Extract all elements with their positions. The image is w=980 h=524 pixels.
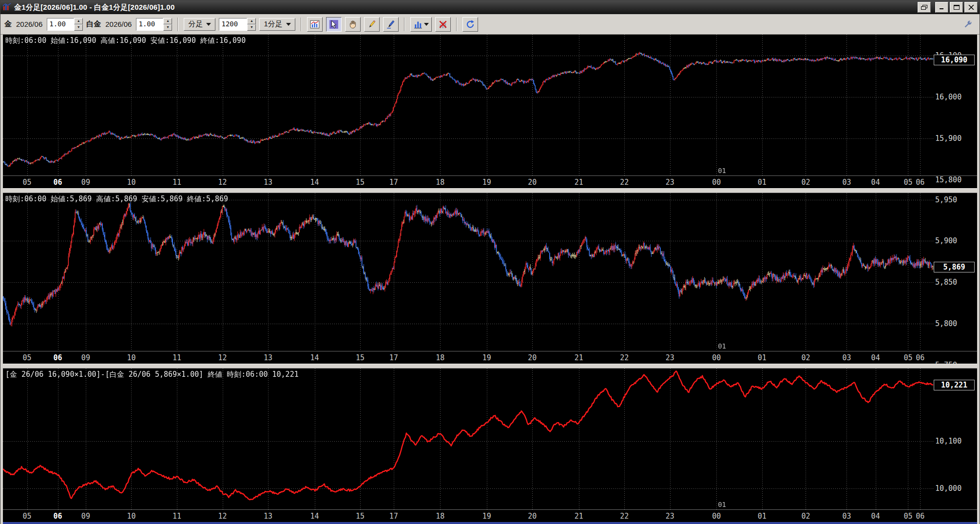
date-change-label: 01 bbox=[718, 342, 726, 350]
gold-multiplier-down-button[interactable]: ▼ bbox=[74, 24, 83, 31]
x-axis-label: 15 bbox=[356, 353, 365, 362]
gold-candle-canvas[interactable] bbox=[3, 35, 933, 175]
platinum-chart-panel: 時刻:06:00 始値:5,869 高値:5,869 安値:5,869 終値:5… bbox=[3, 193, 977, 364]
x-axis-label: 06 bbox=[916, 353, 924, 362]
x-axis-label: 19 bbox=[482, 353, 491, 362]
pen-icon bbox=[386, 19, 396, 29]
x-axis-label: 06 bbox=[54, 178, 62, 187]
y-axis-label: 5,900 bbox=[935, 236, 957, 245]
gold-contract-month: 2026/06 bbox=[15, 20, 43, 28]
y-axis-label: 15,900 bbox=[935, 134, 961, 143]
x-axis-label: 19 bbox=[482, 178, 491, 187]
gold-y-axis: 16,090 16,10016,00015,90015,800 bbox=[933, 35, 977, 175]
pan-hand-icon bbox=[348, 19, 358, 29]
reload-icon bbox=[465, 19, 475, 29]
x-axis-label: 13 bbox=[264, 178, 272, 187]
pan-hand-button[interactable] bbox=[345, 17, 361, 32]
panel-splitter[interactable] bbox=[3, 364, 977, 369]
draw-pencil-button[interactable] bbox=[364, 17, 380, 32]
gold-multiplier-up-button[interactable]: ▲ bbox=[74, 18, 83, 24]
indicator-menu-button[interactable] bbox=[410, 17, 432, 32]
y-axis-label: 5,800 bbox=[935, 319, 957, 328]
toolbar-separator bbox=[301, 18, 302, 31]
platinum-plot-area: 時刻:06:00 始値:5,869 高値:5,869 安値:5,869 終値:5… bbox=[3, 193, 933, 351]
x-axis-label: 05 bbox=[903, 178, 912, 187]
y-axis-label: 16,000 bbox=[935, 93, 961, 101]
x-axis-label: 13 bbox=[264, 353, 272, 362]
maximize-button[interactable] bbox=[950, 2, 963, 13]
x-axis-label: 17 bbox=[389, 178, 398, 187]
x-axis-label: 01 bbox=[758, 178, 767, 187]
minimize-button[interactable] bbox=[935, 2, 948, 13]
chart-window-button[interactable] bbox=[307, 17, 323, 32]
x-axis-label: 22 bbox=[620, 512, 629, 521]
toolbar-separator bbox=[456, 18, 457, 31]
pencil-icon bbox=[367, 19, 377, 29]
window-bottom-border bbox=[3, 522, 977, 524]
gold-last-price-badge: 16,090 bbox=[934, 55, 975, 65]
x-axis-label: 10 bbox=[127, 512, 135, 521]
select-cursor-icon bbox=[329, 19, 339, 29]
y-axis-label: 5,850 bbox=[935, 278, 957, 287]
x-axis-label: 12 bbox=[218, 353, 227, 362]
x-axis-label: 00 bbox=[712, 512, 721, 521]
toolbar-separator bbox=[404, 18, 405, 31]
x-axis-label: 13 bbox=[264, 512, 272, 521]
y-axis-label: 5,950 bbox=[935, 195, 957, 204]
gold-chart-panel: 時刻:06:00 始値:16,090 高値:16,090 安値:16,090 終… bbox=[3, 35, 977, 188]
x-axis-label: 14 bbox=[310, 178, 319, 187]
x-axis-label: 23 bbox=[666, 512, 674, 521]
reload-button[interactable] bbox=[462, 17, 478, 32]
platinum-multiplier-down-button[interactable]: ▼ bbox=[163, 24, 172, 31]
bar-count-down-button[interactable]: ▼ bbox=[247, 24, 256, 31]
spread-plot-area: [金 26/06 16,090×1.00]-[白金 26/06 5,869×1.… bbox=[3, 369, 933, 509]
bar-count-up-button[interactable]: ▲ bbox=[247, 18, 256, 24]
x-axis-label: 21 bbox=[575, 512, 583, 521]
platinum-contract-month: 2026/06 bbox=[104, 20, 133, 28]
indicator-chart-icon bbox=[413, 19, 423, 29]
x-axis-label: 11 bbox=[173, 178, 181, 187]
x-axis-label: 21 bbox=[575, 178, 583, 187]
x-axis-label: 03 bbox=[842, 178, 851, 187]
spread-last-price-badge: 10,221 bbox=[934, 380, 975, 390]
close-button[interactable] bbox=[964, 2, 978, 13]
interval-dropdown[interactable]: 1分足 bbox=[259, 18, 295, 31]
x-axis-label: 23 bbox=[666, 178, 674, 187]
x-axis-label: 15 bbox=[356, 178, 365, 187]
chart-window-icon bbox=[310, 19, 320, 29]
toolbar-separator bbox=[177, 18, 178, 31]
platinum-label: 白金 bbox=[86, 19, 101, 29]
draw-pen-button[interactable] bbox=[383, 17, 399, 32]
x-axis-label: 09 bbox=[81, 178, 90, 187]
platinum-multiplier-value[interactable]: 1.00 bbox=[136, 18, 163, 31]
x-axis-label: 17 bbox=[389, 353, 398, 362]
remove-indicator-button[interactable] bbox=[435, 17, 451, 32]
platinum-candle-canvas[interactable] bbox=[3, 193, 933, 351]
x-axis-label: 02 bbox=[801, 178, 810, 187]
x-axis-label: 14 bbox=[310, 353, 319, 362]
x-axis-label: 05 bbox=[23, 178, 32, 187]
platinum-y-axis: 5,869 5,9505,9005,8505,8005,750 bbox=[933, 193, 977, 351]
bar-type-label: 分足 bbox=[188, 19, 203, 29]
interval-label: 1分足 bbox=[264, 19, 282, 29]
panel-splitter[interactable] bbox=[3, 188, 977, 193]
bar-type-dropdown[interactable]: 分足 bbox=[184, 18, 215, 31]
settings-wrench-button[interactable] bbox=[960, 17, 976, 32]
x-axis-label: 17 bbox=[389, 512, 398, 521]
app-chart-icon bbox=[2, 3, 11, 12]
select-tool-button[interactable] bbox=[326, 17, 342, 32]
x-axis-label: 00 bbox=[712, 178, 721, 187]
gold-multiplier-value[interactable]: 1.00 bbox=[47, 18, 74, 31]
y-axis-label: 10,100 bbox=[935, 437, 961, 446]
x-axis-label: 00 bbox=[712, 353, 721, 362]
title-bar[interactable]: 金1分足[2026/06]1.00 - 白金1分足[2026/06]1.00 bbox=[0, 0, 980, 14]
x-axis-label: 12 bbox=[218, 512, 227, 521]
x-axis-label: 10 bbox=[127, 353, 135, 362]
platinum-multiplier-up-button[interactable]: ▲ bbox=[163, 18, 172, 24]
x-axis-label: 18 bbox=[436, 178, 444, 187]
spread-line-canvas[interactable] bbox=[3, 369, 933, 509]
x-axis-label: 05 bbox=[903, 512, 912, 521]
x-axis-label: 15 bbox=[356, 512, 365, 521]
bar-count-value[interactable]: 1200 bbox=[219, 18, 247, 31]
restore-button[interactable] bbox=[918, 2, 931, 13]
